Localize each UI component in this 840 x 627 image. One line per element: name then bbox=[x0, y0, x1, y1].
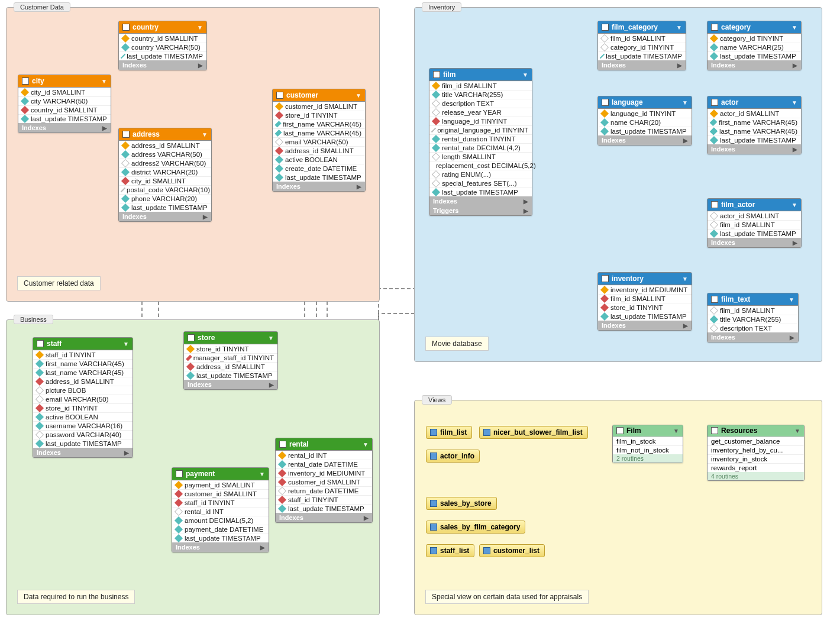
table-column[interactable]: last_update TIMESTAMP bbox=[184, 371, 277, 380]
table-country[interactable]: country▼ country_id SMALLINTcountry VARC… bbox=[118, 21, 207, 70]
table-column[interactable]: staff_id TINYINT bbox=[172, 498, 269, 507]
table-column[interactable]: name CHAR(20) bbox=[598, 118, 692, 127]
view-sales-by-film-category[interactable]: sales_by_film_category bbox=[426, 521, 525, 534]
table-column[interactable]: last_update TIMESTAMP bbox=[598, 51, 686, 60]
table-header[interactable]: inventory▼ bbox=[598, 273, 692, 285]
table-column[interactable]: address_id SMALLINT bbox=[119, 141, 211, 150]
table-column[interactable]: rating ENUM(...) bbox=[429, 170, 532, 179]
table-column[interactable]: picture BLOB bbox=[33, 386, 133, 395]
table-column[interactable]: city_id SMALLINT bbox=[119, 176, 211, 185]
table-column[interactable]: inventory_id MEDIUMINT bbox=[598, 285, 692, 294]
table-customer[interactable]: customer▼ customer_id SMALLINTstore_id T… bbox=[272, 89, 366, 192]
table-column[interactable]: inventory_id MEDIUMINT bbox=[276, 468, 372, 477]
table-column[interactable]: customer_id SMALLINT bbox=[276, 477, 372, 486]
table-section[interactable]: Indexes▶ bbox=[707, 60, 801, 70]
table-column[interactable]: first_name VARCHAR(45) bbox=[33, 359, 133, 368]
routine-item[interactable]: film_not_in_stock bbox=[613, 445, 683, 454]
table-column[interactable]: film_id SMALLINT bbox=[429, 81, 532, 90]
view-nicer-but-slower-film-list[interactable]: nicer_but_slower_film_list bbox=[479, 426, 588, 439]
table-column[interactable]: payment_id SMALLINT bbox=[172, 480, 269, 489]
table-column[interactable]: last_update TIMESTAMP bbox=[273, 173, 365, 182]
table-section[interactable]: Indexes▶ bbox=[172, 542, 269, 552]
table-header[interactable]: film▼ bbox=[429, 69, 532, 81]
routine-header[interactable]: Film▼ bbox=[613, 425, 683, 437]
routine-item[interactable]: rewards_report bbox=[707, 463, 804, 472]
table-film-category[interactable]: film_category▼ film_id SMALLINTcategory_… bbox=[597, 21, 686, 70]
table-header[interactable]: customer▼ bbox=[273, 89, 365, 102]
table-column[interactable]: store_id TINYINT bbox=[33, 403, 133, 412]
table-section[interactable]: Indexes▶ bbox=[598, 321, 692, 330]
table-column[interactable]: first_name VARCHAR(45) bbox=[273, 119, 365, 128]
table-column[interactable]: store_id TINYINT bbox=[598, 303, 692, 312]
table-column[interactable]: rental_date DATETIME bbox=[276, 460, 372, 468]
table-section[interactable]: Indexes▶ bbox=[184, 380, 277, 389]
table-column[interactable]: last_name VARCHAR(45) bbox=[273, 128, 365, 137]
table-column[interactable]: address2 VARCHAR(50) bbox=[119, 159, 211, 167]
table-header[interactable]: staff▼ bbox=[33, 338, 133, 350]
table-column[interactable]: city_id SMALLINT bbox=[18, 88, 111, 96]
table-section[interactable]: Indexes▶ bbox=[707, 144, 801, 154]
table-column[interactable]: title VARCHAR(255) bbox=[429, 90, 532, 99]
view-staff-list[interactable]: staff_list bbox=[426, 544, 474, 557]
table-column[interactable]: actor_id SMALLINT bbox=[707, 109, 801, 118]
table-column[interactable]: last_update TIMESTAMP bbox=[276, 504, 372, 513]
routine-group-resources[interactable]: Resources▼ get_customer_balance inventor… bbox=[707, 425, 805, 481]
table-column[interactable]: country_id SMALLINT bbox=[119, 34, 206, 43]
table-section[interactable]: Indexes▶ bbox=[598, 135, 692, 145]
table-column[interactable]: address_id SMALLINT bbox=[273, 146, 365, 155]
view-actor-info[interactable]: actor_info bbox=[426, 450, 480, 463]
table-column[interactable]: address VARCHAR(50) bbox=[119, 150, 211, 159]
table-header[interactable]: country▼ bbox=[119, 21, 206, 34]
table-section[interactable]: Indexes▶ bbox=[273, 182, 365, 191]
table-column[interactable]: language_id TINYINT bbox=[598, 109, 692, 118]
table-column[interactable]: release_year YEAR bbox=[429, 108, 532, 117]
view-film-list[interactable]: film_list bbox=[426, 426, 472, 439]
table-section[interactable]: Indexes▶ bbox=[429, 196, 532, 206]
table-column[interactable]: rental_duration TINYINT bbox=[429, 134, 532, 143]
routine-item[interactable]: inventory_in_stock bbox=[707, 454, 804, 463]
table-store[interactable]: store▼ store_id TINYINTmanager_staff_id … bbox=[183, 331, 278, 390]
table-column[interactable]: first_name VARCHAR(45) bbox=[707, 118, 801, 127]
table-section[interactable]: Indexes▶ bbox=[119, 212, 211, 221]
table-category[interactable]: category▼ category_id TINYINTname VARCHA… bbox=[707, 21, 802, 70]
table-column[interactable]: address_id SMALLINT bbox=[184, 362, 277, 371]
table-header[interactable]: payment▼ bbox=[172, 468, 269, 480]
table-section[interactable]: Indexes▶ bbox=[33, 448, 133, 457]
table-header[interactable]: store▼ bbox=[184, 332, 277, 344]
table-header[interactable]: rental▼ bbox=[276, 438, 372, 451]
table-column[interactable]: country VARCHAR(50) bbox=[119, 43, 206, 51]
table-section[interactable]: Indexes▶ bbox=[276, 513, 372, 522]
table-column[interactable]: district VARCHAR(20) bbox=[119, 167, 211, 176]
table-column[interactable]: actor_id SMALLINT bbox=[707, 211, 801, 220]
table-column[interactable]: category_id TINYINT bbox=[707, 34, 801, 43]
table-column[interactable]: customer_id SMALLINT bbox=[273, 102, 365, 111]
table-column[interactable]: last_update TIMESTAMP bbox=[429, 188, 532, 196]
table-column[interactable]: staff_id TINYINT bbox=[33, 350, 133, 359]
table-header[interactable]: category▼ bbox=[707, 21, 801, 34]
table-column[interactable]: email VARCHAR(50) bbox=[273, 137, 365, 146]
table-column[interactable]: manager_staff_id TINYINT bbox=[184, 353, 277, 362]
table-column[interactable]: special_features SET(...) bbox=[429, 179, 532, 188]
table-column[interactable]: original_language_id TINYINT bbox=[429, 125, 532, 134]
table-column[interactable]: store_id TINYINT bbox=[184, 344, 277, 353]
table-column[interactable]: postal_code VARCHAR(10) bbox=[119, 185, 211, 194]
table-header[interactable]: actor▼ bbox=[707, 96, 801, 109]
table-column[interactable]: store_id TINYINT bbox=[273, 111, 365, 119]
table-film[interactable]: film▼ film_id SMALLINTtitle VARCHAR(255)… bbox=[429, 68, 532, 216]
table-column[interactable]: password VARCHAR(40) bbox=[33, 430, 133, 439]
table-column[interactable]: rental_rate DECIMAL(4,2) bbox=[429, 143, 532, 152]
table-column[interactable]: staff_id TINYINT bbox=[276, 495, 372, 504]
table-column[interactable]: category_id TINYINT bbox=[598, 43, 686, 51]
table-column[interactable]: return_date DATETIME bbox=[276, 486, 372, 495]
table-column[interactable]: language_id TINYINT bbox=[429, 117, 532, 125]
table-payment[interactable]: payment▼ payment_id SMALLINTcustomer_id … bbox=[172, 467, 269, 552]
table-film-text[interactable]: film_text▼ film_id SMALLINTtitle VARCHAR… bbox=[707, 293, 799, 342]
table-city[interactable]: city▼ city_id SMALLINTcity VARCHAR(50)co… bbox=[18, 75, 111, 133]
table-column[interactable]: payment_date DATETIME bbox=[172, 525, 269, 534]
table-column[interactable]: description TEXT bbox=[707, 324, 798, 332]
table-column[interactable]: film_id SMALLINT bbox=[598, 34, 686, 43]
table-header[interactable]: address▼ bbox=[119, 128, 211, 141]
table-column[interactable]: last_update TIMESTAMP bbox=[172, 534, 269, 542]
table-column[interactable]: replacement_cost DECIMAL(5,2) bbox=[429, 161, 532, 170]
table-rental[interactable]: rental▼ rental_id INTrental_date DATETIM… bbox=[275, 438, 373, 523]
